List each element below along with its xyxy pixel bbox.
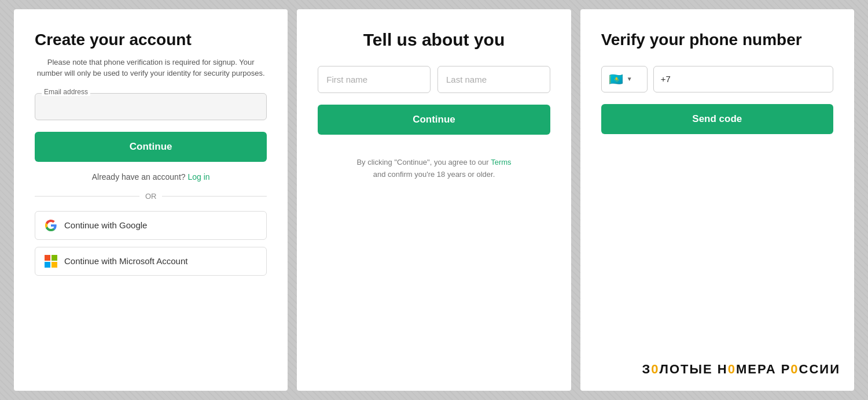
watermark-highlight-3: 0: [790, 362, 799, 376]
terms-text: By clicking "Continue", you agree to our…: [318, 157, 550, 181]
google-button[interactable]: Continue with Google: [35, 211, 267, 240]
country-selector[interactable]: 🇰🇿 ▼: [601, 66, 648, 92]
google-icon: [45, 219, 57, 232]
divider-line-right: [162, 196, 267, 197]
microsoft-icon: [45, 255, 57, 268]
chevron-down-icon: ▼: [627, 76, 632, 82]
divider-line-left: [35, 196, 139, 197]
last-name-input[interactable]: [437, 66, 550, 93]
phone-input-wrap: +7: [653, 66, 833, 92]
panel3-title: Verify your phone number: [601, 30, 833, 50]
phone-input[interactable]: [674, 67, 826, 91]
watermark: З0ЛОТЫЕ Н0МЕРА Р0ССИИ: [642, 362, 840, 377]
email-label: Email address: [42, 88, 90, 96]
terms-prefix: By clicking "Continue", you agree to our: [356, 158, 488, 166]
already-account-row: Already have an account? Log in: [35, 172, 267, 182]
microsoft-button-label: Continue with Microsoft Account: [64, 256, 187, 266]
country-flag: 🇰🇿: [609, 72, 623, 86]
first-name-input[interactable]: [318, 66, 431, 93]
create-account-panel: Create your account Please note that pho…: [14, 9, 288, 391]
name-row: [318, 66, 550, 93]
email-input[interactable]: [35, 93, 267, 120]
watermark-highlight-2: 0: [728, 362, 736, 376]
panel1-subtitle: Please note that phone verification is r…: [35, 57, 267, 79]
terms-link[interactable]: Terms: [491, 158, 511, 166]
login-link[interactable]: Log in: [187, 172, 209, 182]
already-text: Already have an account?: [92, 172, 186, 182]
or-text: OR: [145, 192, 157, 201]
watermark-highlight-1: 0: [651, 362, 659, 376]
phone-row: 🇰🇿 ▼ +7: [601, 66, 833, 92]
email-group: Email address: [35, 93, 267, 120]
continue-button[interactable]: Continue: [35, 132, 267, 162]
send-code-button[interactable]: Send code: [601, 104, 833, 134]
microsoft-button[interactable]: Continue with Microsoft Account: [35, 247, 267, 276]
panel2-title: Tell us about you: [318, 30, 550, 50]
panel1-title: Create your account: [35, 30, 267, 50]
about-you-panel: Tell us about you Continue By clicking "…: [297, 9, 571, 391]
panel2-continue-button[interactable]: Continue: [318, 105, 550, 135]
phone-prefix: +7: [661, 74, 671, 84]
terms-suffix: and confirm you're 18 years or older.: [373, 170, 495, 179]
or-divider: OR: [35, 192, 267, 201]
verify-phone-panel: Verify your phone number 🇰🇿 ▼ +7 Send co…: [580, 9, 854, 391]
google-button-label: Continue with Google: [64, 220, 147, 230]
